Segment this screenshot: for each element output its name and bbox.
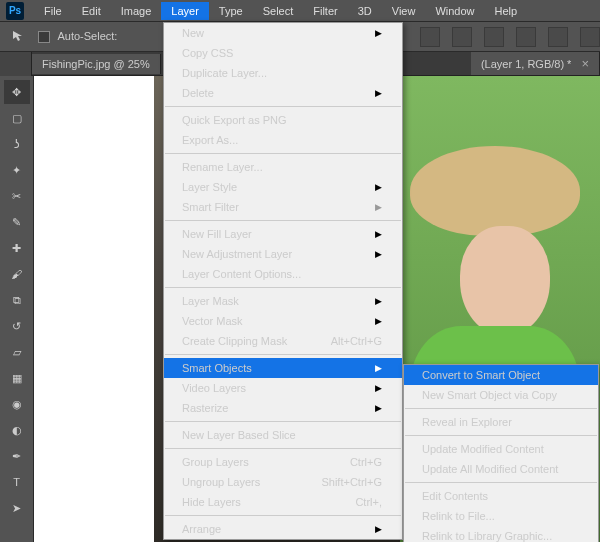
marquee-tool[interactable]: ▢ xyxy=(4,106,30,130)
gradient-tool[interactable]: ▦ xyxy=(4,366,30,390)
heal-tool[interactable]: ✚ xyxy=(4,236,30,260)
menu-item-label: Arrange xyxy=(182,523,221,535)
menu-item-label: Layer Content Options... xyxy=(182,268,301,280)
menu-item-duplicate-layer[interactable]: Duplicate Layer... xyxy=(164,63,402,83)
path-icon: ➤ xyxy=(12,502,21,515)
wand-icon: ✦ xyxy=(12,164,21,177)
menu-item-arrange[interactable]: Arrange▶ xyxy=(164,519,402,539)
menu-item-rasterize[interactable]: Rasterize▶ xyxy=(164,398,402,418)
menu-item-smart-objects[interactable]: Smart Objects▶ xyxy=(164,358,402,378)
menubar-item-file[interactable]: File xyxy=(34,2,72,20)
menu-item-new-layer-based-slice[interactable]: New Layer Based Slice xyxy=(164,425,402,445)
menubar-item-window[interactable]: Window xyxy=(425,2,484,20)
menu-item-vector-mask[interactable]: Vector Mask▶ xyxy=(164,311,402,331)
eyedrop-tool[interactable]: ✎ xyxy=(4,210,30,234)
gradient-icon: ▦ xyxy=(12,372,22,385)
menu-item-label: Group Layers xyxy=(182,456,249,468)
menu-item-shortcut: Ctrl+, xyxy=(355,496,382,508)
menu-item-copy-css[interactable]: Copy CSS xyxy=(164,43,402,63)
tabbar-spacer xyxy=(0,52,32,76)
menu-separator xyxy=(405,482,597,483)
menubar-item-filter[interactable]: Filter xyxy=(303,2,347,20)
menu-item-new[interactable]: New▶ xyxy=(164,23,402,43)
menubar-item-type[interactable]: Type xyxy=(209,2,253,20)
menu-item-label: Copy CSS xyxy=(182,47,233,59)
menu-item-label: Duplicate Layer... xyxy=(182,67,267,79)
align-button[interactable] xyxy=(420,27,440,47)
align-button[interactable] xyxy=(548,27,568,47)
menu-item-label: New Layer Based Slice xyxy=(182,429,296,441)
menu-item-label: Relink to Library Graphic... xyxy=(422,530,552,542)
menu-item-rename-layer[interactable]: Rename Layer... xyxy=(164,157,402,177)
menu-item-label: Reveal in Explorer xyxy=(422,416,512,428)
submenu-arrow-icon: ▶ xyxy=(375,363,382,373)
menu-item-group-layers[interactable]: Group LayersCtrl+G xyxy=(164,452,402,472)
menu-item-create-clipping-mask[interactable]: Create Clipping MaskAlt+Ctrl+G xyxy=(164,331,402,351)
menu-item-label: Quick Export as PNG xyxy=(182,114,287,126)
history-tool[interactable]: ↺ xyxy=(4,314,30,338)
menu-item-new-smart-object-via-copy[interactable]: New Smart Object via Copy xyxy=(404,385,598,405)
submenu-arrow-icon: ▶ xyxy=(375,88,382,98)
menubar-item-image[interactable]: Image xyxy=(111,2,162,20)
move-tool-indicator xyxy=(10,28,28,46)
close-icon[interactable]: × xyxy=(581,56,589,71)
menubar-item-help[interactable]: Help xyxy=(485,2,528,20)
menu-item-label: Smart Filter xyxy=(182,201,239,213)
menu-item-layer-style[interactable]: Layer Style▶ xyxy=(164,177,402,197)
document-tab[interactable]: FishingPic.jpg @ 25% xyxy=(32,54,161,74)
autoselect-wrap[interactable]: Auto-Select: xyxy=(38,30,117,43)
menubar-item-view[interactable]: View xyxy=(382,2,426,20)
autoselect-label: Auto-Select: xyxy=(57,30,117,42)
menu-item-delete[interactable]: Delete▶ xyxy=(164,83,402,103)
menu-item-relink-to-file: Relink to File... xyxy=(404,506,598,526)
crop-tool[interactable]: ✂ xyxy=(4,184,30,208)
menu-separator xyxy=(165,153,401,154)
menubar-item-edit[interactable]: Edit xyxy=(72,2,111,20)
menu-item-export-as[interactable]: Export As... xyxy=(164,130,402,150)
blur-tool[interactable]: ◉ xyxy=(4,392,30,416)
menu-item-label: New Fill Layer xyxy=(182,228,252,240)
wand-tool[interactable]: ✦ xyxy=(4,158,30,182)
align-button[interactable] xyxy=(580,27,600,47)
menu-item-hide-layers[interactable]: Hide LayersCtrl+, xyxy=(164,492,402,512)
menu-item-label: Layer Style xyxy=(182,181,237,193)
menu-separator xyxy=(165,287,401,288)
menubar-item-3d[interactable]: 3D xyxy=(348,2,382,20)
align-button[interactable] xyxy=(516,27,536,47)
submenu-arrow-icon: ▶ xyxy=(375,296,382,306)
move-tool[interactable]: ✥ xyxy=(4,80,30,104)
menu-item-update-all-modified-content[interactable]: Update All Modified Content xyxy=(404,459,598,479)
pen-tool[interactable]: ✒ xyxy=(4,444,30,468)
align-button[interactable] xyxy=(452,27,472,47)
path-tool[interactable]: ➤ xyxy=(4,496,30,520)
menu-item-convert-to-smart-object[interactable]: Convert to Smart Object xyxy=(404,365,598,385)
menu-item-quick-export-as-png[interactable]: Quick Export as PNG xyxy=(164,110,402,130)
document-tab[interactable]: (Layer 1, RGB/8) * × xyxy=(471,52,600,75)
stamp-tool[interactable]: ⧉ xyxy=(4,288,30,312)
menu-item-new-adjustment-layer[interactable]: New Adjustment Layer▶ xyxy=(164,244,402,264)
menu-item-video-layers[interactable]: Video Layers▶ xyxy=(164,378,402,398)
dodge-tool[interactable]: ◐ xyxy=(4,418,30,442)
photo-hat xyxy=(410,146,580,236)
menubar-item-layer[interactable]: Layer xyxy=(161,2,209,20)
menu-item-ungroup-layers[interactable]: Ungroup LayersShift+Ctrl+G xyxy=(164,472,402,492)
eraser-tool[interactable]: ▱ xyxy=(4,340,30,364)
menu-item-label: Convert to Smart Object xyxy=(422,369,540,381)
autoselect-checkbox[interactable] xyxy=(38,31,50,43)
menu-item-new-fill-layer[interactable]: New Fill Layer▶ xyxy=(164,224,402,244)
menu-separator xyxy=(165,421,401,422)
brush-tool[interactable]: 🖌 xyxy=(4,262,30,286)
type-tool[interactable]: T xyxy=(4,470,30,494)
menu-item-layer-mask[interactable]: Layer Mask▶ xyxy=(164,291,402,311)
menubar: Ps FileEditImageLayerTypeSelectFilter3DV… xyxy=(0,0,600,22)
stamp-icon: ⧉ xyxy=(13,294,21,307)
menubar-item-select[interactable]: Select xyxy=(253,2,304,20)
document-tab-label: (Layer 1, RGB/8) * xyxy=(481,58,571,70)
lasso-tool[interactable]: ʖ xyxy=(4,132,30,156)
menu-item-label: Hide Layers xyxy=(182,496,241,508)
menu-separator xyxy=(165,354,401,355)
submenu-arrow-icon: ▶ xyxy=(375,28,382,38)
menu-item-label: Delete xyxy=(182,87,214,99)
menu-item-label: Update All Modified Content xyxy=(422,463,558,475)
align-button[interactable] xyxy=(484,27,504,47)
